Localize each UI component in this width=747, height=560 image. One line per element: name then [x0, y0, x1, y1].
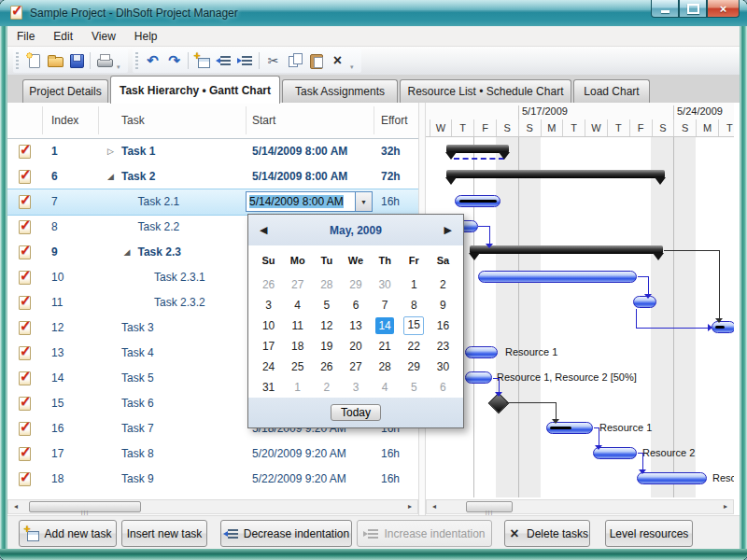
calendar-day[interactable]: 31	[254, 377, 283, 398]
calendar-day[interactable]: 1	[400, 274, 429, 295]
cut-button[interactable]: ✂	[262, 50, 284, 72]
calendar-day[interactable]: 9	[429, 295, 458, 315]
scroll-left-icon[interactable]: ◂	[8, 500, 23, 513]
calendar-day[interactable]: 3	[341, 377, 370, 398]
calendar-prev-icon[interactable]: ◀	[260, 224, 267, 236]
decrease-indent-button[interactable]	[213, 50, 234, 72]
task-checkbox-icon[interactable]	[18, 421, 33, 436]
calendar-day[interactable]: 27	[283, 274, 312, 295]
calendar-day[interactable]: 12	[312, 315, 341, 336]
gantt-scrollbar-thumb[interactable]: |||	[466, 501, 513, 512]
task-checkbox-icon[interactable]	[18, 295, 33, 310]
calendar-day[interactable]: 10	[254, 315, 283, 336]
calendar-day[interactable]: 11	[283, 315, 312, 336]
tab-load-chart[interactable]: Load Chart	[573, 79, 650, 103]
open-folder-button[interactable]	[44, 50, 65, 72]
decrease-indentation-button[interactable]: Decrease indentation	[220, 520, 352, 547]
increase-indent-button[interactable]	[234, 50, 256, 72]
paste-button[interactable]	[305, 50, 327, 72]
calendar-day[interactable]: 24	[254, 357, 283, 377]
calendar-day[interactable]: 4	[283, 295, 312, 315]
toolbar-overflow-icon[interactable]: ▾	[350, 63, 354, 71]
today-button[interactable]: Today	[331, 404, 381, 421]
copy-button[interactable]	[284, 50, 305, 72]
calendar-day[interactable]: 30	[429, 357, 458, 377]
calendar-day[interactable]: 5	[312, 295, 341, 315]
calendar-day[interactable]: 17	[254, 336, 283, 357]
column-header-start[interactable]: Start	[252, 114, 275, 127]
calendar-day[interactable]: 27	[341, 357, 370, 377]
calendar-day[interactable]: 18	[283, 336, 312, 357]
tab-task-assignments[interactable]: Task Assignments	[282, 79, 398, 103]
calendar-day[interactable]: 23	[429, 336, 458, 357]
calendar-day[interactable]: 16	[429, 315, 458, 336]
calendar-day[interactable]: 19	[312, 336, 341, 357]
new-document-button[interactable]	[22, 50, 44, 72]
add-new-task-button[interactable]: Add new task	[19, 520, 117, 547]
calendar-day[interactable]: 28	[312, 274, 341, 295]
menu-help[interactable]: Help	[125, 27, 167, 46]
summary-bar[interactable]	[446, 170, 665, 178]
summary-bar[interactable]	[446, 145, 509, 153]
calendar-day[interactable]: 8	[400, 295, 429, 315]
task-checkbox-icon[interactable]	[18, 471, 33, 486]
task-row-1[interactable]: 1▷Task 15/14/2009 8:00 AM32h	[7, 139, 418, 164]
task-row-17[interactable]: 17Task 85/20/2009 9:20 AM16h	[7, 441, 418, 467]
minimize-button[interactable]	[651, 0, 679, 18]
insert-new-task-button[interactable]: Insert new task	[121, 520, 207, 547]
task-checkbox-icon[interactable]	[18, 169, 33, 184]
calendar-day[interactable]: 5	[400, 377, 429, 398]
column-header-effort[interactable]: Effort	[381, 114, 407, 127]
column-header-index[interactable]: Index	[51, 114, 78, 127]
level-resources-button[interactable]: Level resources	[605, 520, 693, 547]
calendar-day[interactable]: 22	[400, 336, 429, 357]
calendar-next-icon[interactable]: ▶	[444, 224, 452, 236]
expander-expanded-icon[interactable]: ◢	[124, 246, 131, 258]
undo-button[interactable]: ↶	[142, 50, 163, 72]
task-bar[interactable]	[465, 371, 492, 384]
scroll-left-icon[interactable]: ◂	[427, 500, 442, 513]
calendar-day[interactable]: 1	[283, 377, 312, 398]
task-checkbox-icon[interactable]	[18, 371, 33, 385]
toolbar-overflow-icon[interactable]: ▾	[117, 63, 120, 71]
tab-project-details[interactable]: Project Details	[22, 79, 108, 103]
calendar-day[interactable]: 29	[400, 357, 429, 377]
menu-edit[interactable]: Edit	[44, 27, 82, 46]
task-bar[interactable]	[478, 271, 637, 283]
toolbar-grip-icon[interactable]	[16, 52, 19, 69]
calendar-day[interactable]: 30	[371, 274, 400, 295]
task-row-6[interactable]: 6◢Task 25/14/2009 8:00 AM72h	[7, 164, 418, 189]
task-checkbox-icon[interactable]	[18, 446, 33, 461]
task-checkbox-icon[interactable]	[18, 144, 33, 159]
column-header-task[interactable]: Task	[121, 114, 145, 127]
start-date-input[interactable]: 5/14/2009 8:00 AM	[246, 191, 355, 212]
calendar-day[interactable]: 26	[312, 357, 341, 377]
task-bar[interactable]	[465, 346, 498, 358]
calendar-day-selected[interactable]: 14	[371, 315, 400, 336]
delete-tasks-button[interactable]: ×Delete tasks	[504, 520, 590, 547]
close-button[interactable]: ×	[707, 0, 740, 18]
task-checkbox-icon[interactable]	[18, 245, 33, 259]
expander-expanded-icon[interactable]: ◢	[107, 171, 114, 182]
task-checkbox-icon[interactable]	[18, 345, 33, 360]
calendar-day[interactable]: 29	[341, 274, 370, 295]
calendar-day[interactable]: 2	[312, 377, 341, 398]
task-checkbox-icon[interactable]	[18, 270, 33, 285]
print-button[interactable]	[93, 50, 115, 72]
calendar-day[interactable]: 15	[400, 315, 429, 336]
menu-file[interactable]: File	[7, 27, 44, 46]
scroll-right-icon[interactable]: ▸	[402, 500, 417, 513]
calendar-day[interactable]: 13	[341, 315, 370, 336]
calendar-day[interactable]: 4	[371, 377, 400, 398]
add-task-button[interactable]	[191, 50, 213, 72]
calendar-day[interactable]: 20	[341, 336, 370, 357]
maximize-button[interactable]	[679, 0, 707, 18]
menu-view[interactable]: View	[82, 27, 125, 46]
calendar-day[interactable]: 3	[254, 295, 283, 315]
calendar-day[interactable]: 2	[429, 274, 458, 295]
task-checkbox-icon[interactable]	[18, 194, 33, 209]
task-checkbox-icon[interactable]	[18, 396, 33, 411]
calendar-day[interactable]: 26	[254, 274, 283, 295]
date-dropdown-button[interactable]: ▼	[355, 191, 373, 212]
task-row-18[interactable]: 18Task 95/22/2009 9:20 AM16h	[7, 467, 418, 492]
